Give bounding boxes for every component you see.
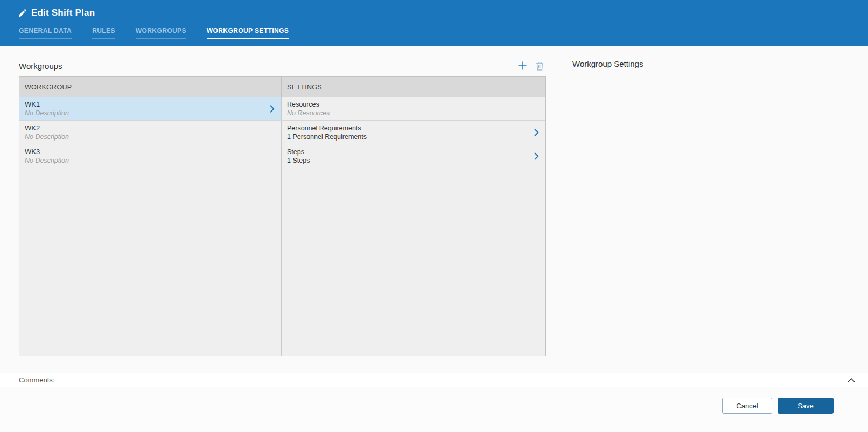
settings-cell-subtitle: 1 Personnel Requirements (287, 133, 530, 141)
table-header-row: WORKGROUP SETTINGS (19, 77, 545, 97)
settings-cell-subtitle: 1 Steps (287, 156, 530, 165)
main-content: Workgroups WORKGROUP (0, 46, 868, 373)
table-row[interactable]: WK2 No Description Personnel Requirement… (19, 121, 545, 144)
title-row: Edit Shift Plan (19, 0, 868, 18)
chevron-right-icon[interactable] (270, 105, 275, 113)
settings-cell-subtitle: No Resources (287, 109, 530, 117)
workgroups-title: Workgroups (19, 61, 62, 71)
comments-label: Comments: (19, 376, 54, 384)
table-row[interactable]: WK1 No Description Resources No Resource… (19, 97, 545, 121)
settings-cell-title: Steps (287, 148, 530, 156)
workgroup-description: No Description (25, 133, 266, 141)
column-header-workgroup: WORKGROUP (19, 77, 281, 97)
tab-workgroups[interactable]: WORKGROUPS (136, 27, 186, 39)
workgroup-cell[interactable]: WK3 No Description (19, 144, 281, 168)
workgroup-settings-panel: Workgroup Settings (572, 59, 643, 373)
workgroup-name: WK3 (25, 147, 266, 156)
add-workgroup-button[interactable] (517, 60, 528, 71)
comments-collapse-button[interactable] (846, 377, 856, 384)
table-row[interactable]: WK3 No Description Steps 1 Steps (19, 144, 545, 168)
workgroups-panel-header: Workgroups (19, 59, 546, 72)
save-button[interactable]: Save (778, 398, 834, 414)
page-title: Edit Shift Plan (31, 8, 95, 18)
workgroups-actions (517, 60, 546, 71)
workgroup-cell[interactable]: WK1 No Description (19, 97, 281, 120)
settings-cell-title: Personnel Requirements (287, 124, 530, 133)
workgroup-cell[interactable]: WK2 No Description (19, 121, 281, 144)
settings-cell[interactable]: Resources No Resources (281, 97, 545, 120)
delete-workgroup-button[interactable] (536, 61, 544, 71)
workgroups-table: WORKGROUP SETTINGS WK1 No Description Re… (19, 76, 546, 356)
settings-cell[interactable]: Steps 1 Steps (281, 144, 545, 168)
workgroup-name: WK1 (25, 100, 266, 109)
workgroup-settings-title: Workgroup Settings (572, 59, 643, 68)
chevron-up-icon (848, 378, 855, 382)
table-empty-area (19, 168, 545, 356)
chevron-right-icon[interactable] (534, 152, 539, 160)
cancel-button[interactable]: Cancel (722, 398, 772, 414)
tab-rules[interactable]: RULES (92, 27, 115, 39)
trash-icon (536, 61, 544, 71)
workgroup-name: WK2 (25, 123, 266, 133)
footer: Cancel Save (0, 387, 868, 432)
workgroup-description: No Description (25, 109, 266, 117)
header: Edit Shift Plan GENERAL DATA RULES WORKG… (0, 0, 868, 46)
plus-icon (517, 60, 528, 71)
chevron-right-icon[interactable] (534, 129, 539, 136)
tab-workgroup-settings[interactable]: WORKGROUP SETTINGS (207, 27, 289, 39)
comments-bar[interactable]: Comments: (0, 373, 868, 387)
column-header-settings: SETTINGS (281, 77, 545, 97)
table-empty-right (281, 168, 545, 356)
settings-cell-title: Resources (287, 100, 530, 109)
pencil-icon (19, 9, 26, 17)
workgroups-panel: Workgroups WORKGROUP (19, 59, 546, 373)
table-empty-left (19, 168, 281, 356)
workgroup-description: No Description (25, 156, 266, 165)
tab-bar: GENERAL DATA RULES WORKGROUPS WORKGROUP … (19, 27, 868, 39)
tab-general-data[interactable]: GENERAL DATA (19, 27, 72, 39)
settings-cell[interactable]: Personnel Requirements 1 Personnel Requi… (281, 121, 545, 144)
